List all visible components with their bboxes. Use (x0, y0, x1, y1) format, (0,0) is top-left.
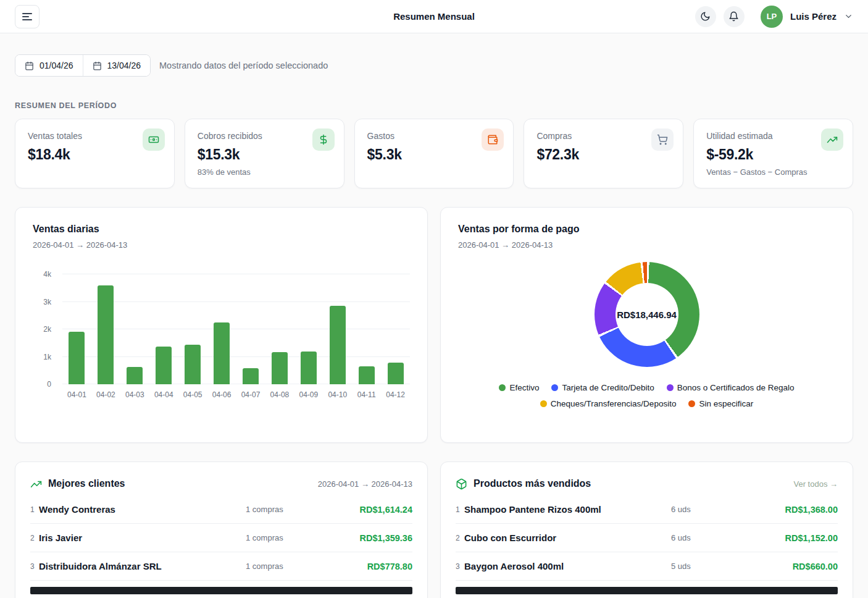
bar-slot (381, 363, 410, 384)
trending-up-icon (821, 128, 843, 151)
x-tick-label: 04-11 (352, 390, 381, 399)
kpi-value: $72.3k (536, 146, 670, 163)
row-rank: 2 (30, 534, 39, 542)
chevron-down-icon[interactable] (844, 12, 853, 21)
legend-item: Bonos o Certificados de Regalo (667, 383, 795, 392)
bar-slot (149, 347, 178, 384)
calendar-icon (93, 61, 102, 70)
bar (156, 347, 172, 384)
kpi-compras: Compras $72.3k (524, 119, 683, 188)
bar-plot (62, 274, 410, 384)
x-tick-label: 04-06 (207, 390, 236, 399)
x-tick-label: 04-12 (381, 390, 410, 399)
product-row: 1 Shampoo Pantene Rizos 400ml 6 uds RD$1… (456, 495, 838, 524)
client-amount: RD$1,614.24 (320, 505, 412, 515)
client-name: Wendy Contreras (39, 504, 246, 515)
legend-item: Sin especificar (688, 399, 753, 408)
user-avatar[interactable]: LP (761, 6, 783, 28)
list-header: Productos más vendidos Ver todos → (456, 476, 838, 492)
kpi-label: Gastos (367, 131, 501, 141)
bell-icon (728, 11, 739, 22)
legend-label: Sin especificar (699, 399, 753, 408)
bar-x-labels: 04-0104-0204-0304-0404-0504-0604-0704-08… (62, 390, 410, 399)
product-units: 6 uds (671, 533, 745, 542)
bar-slot (62, 332, 91, 384)
ventas-forma-pago-card: Ventas por forma de pago 2026-04-01 → 20… (440, 207, 853, 443)
client-name: Iris Javier (39, 533, 246, 543)
dark-mode-button[interactable] (695, 6, 716, 27)
x-tick-label: 04-05 (178, 390, 207, 399)
product-amount: RD$1,152.00 (745, 533, 838, 543)
bar (243, 368, 259, 384)
legend-item: Efectivo (499, 383, 539, 392)
product-units: 5 uds (671, 562, 745, 571)
productos-mas-vendidos-card: Productos más vendidos Ver todos → 1 Sha… (440, 461, 853, 598)
bar-series (62, 274, 410, 384)
chart-subtitle: 2026-04-01 → 2026-04-13 (33, 240, 410, 250)
kpi-subtext: 83% de ventas (198, 167, 332, 177)
legend-dot (540, 400, 547, 407)
legend-label: Cheques/Transferencias/Deposito (551, 399, 677, 408)
date-start-value: 01/04/26 (40, 61, 73, 70)
mejores-clientes-card: Mejores clientes 2026-04-01 → 2026-04-13… (15, 461, 428, 598)
bar (359, 366, 375, 384)
product-amount: RD$1,368.00 (745, 505, 838, 515)
bar-slot (294, 352, 323, 384)
bar-slot (352, 366, 381, 384)
calendar-icon (25, 61, 34, 70)
kpi-utilidad-estimada: Utilidad estimada $-59.2k Ventas − Gasto… (693, 119, 853, 188)
chart-title: Ventas por forma de pago (458, 224, 835, 235)
lists-row: Mejores clientes 2026-04-01 → 2026-04-13… (15, 461, 853, 598)
bar (127, 367, 143, 384)
x-tick-label: 04-10 (323, 390, 352, 399)
client-row: 3 Distribuidora Almánzar SRL 1 compras R… (30, 552, 412, 581)
top-bar: Resumen Mensual LP Luis Pérez (0, 0, 868, 33)
bar (388, 363, 404, 384)
client-purchases: 1 compras (246, 533, 320, 542)
list-header: Mejores clientes 2026-04-01 → 2026-04-13 (30, 476, 412, 492)
kpi-value: $-59.2k (706, 146, 840, 163)
ventas-diarias-card: Ventas diarias 2026-04-01 → 2026-04-13 0… (15, 207, 428, 443)
list-title: Productos más vendidos (474, 478, 591, 489)
bar (330, 306, 346, 384)
trending-up-icon (30, 478, 42, 490)
row-rank: 3 (456, 562, 464, 571)
product-name: Cubo con Escurridor (464, 533, 671, 543)
legend-dot (499, 384, 506, 391)
donut-chart: RD$18,446.94 (595, 262, 699, 367)
page-title: Resumen Mensual (393, 11, 475, 22)
product-name: Shampoo Pantene Rizos 400ml (464, 504, 671, 515)
ver-todos-link[interactable]: Ver todos → (793, 479, 838, 489)
x-tick-label: 04-01 (62, 390, 91, 399)
kpi-value: $5.3k (367, 146, 501, 163)
product-row: 3 Baygon Aerosol 400ml 5 uds RD$660.00 (456, 552, 838, 581)
client-row: 1 Wendy Contreras 1 compras RD$1,614.24 (30, 495, 412, 524)
kpi-value: $15.3k (198, 146, 332, 163)
kpi-label: Utilidad estimada (706, 131, 840, 141)
period-filter: 01/04/26 13/04/26 Mostrando datos del pe… (15, 54, 853, 77)
row-rank: 1 (30, 505, 39, 514)
product-row: 2 Cubo con Escurridor 6 uds RD$1,152.00 (456, 524, 838, 552)
legend-item: Tarjeta de Credito/Debito (551, 383, 654, 392)
clipped-next-row (456, 587, 838, 594)
donut-legend: Efectivo Tarjeta de Credito/Debito Bonos… (468, 383, 826, 408)
notifications-button[interactable] (724, 6, 745, 27)
bar (69, 332, 85, 384)
row-rank: 1 (456, 505, 464, 514)
client-purchases: 1 compras (246, 505, 320, 514)
date-start-input[interactable]: 01/04/26 (15, 55, 83, 76)
kpi-label: Cobros recibidos (198, 131, 332, 141)
date-end-input[interactable]: 13/04/26 (83, 55, 151, 76)
bar-slot (178, 345, 207, 384)
package-icon (456, 478, 467, 490)
bar-slot (323, 306, 352, 384)
user-name[interactable]: Luis Pérez (790, 11, 837, 22)
wallet-icon (482, 128, 504, 151)
x-tick-label: 04-07 (236, 390, 265, 399)
donut-center-label: RD$18,446.94 (595, 262, 699, 367)
menu-button[interactable] (15, 5, 40, 28)
dashboard-content: 01/04/26 13/04/26 Mostrando datos del pe… (0, 54, 868, 598)
charts-row: Ventas diarias 2026-04-01 → 2026-04-13 0… (15, 207, 853, 443)
list-title: Mejores clientes (48, 478, 125, 489)
client-purchases: 1 compras (246, 562, 320, 571)
